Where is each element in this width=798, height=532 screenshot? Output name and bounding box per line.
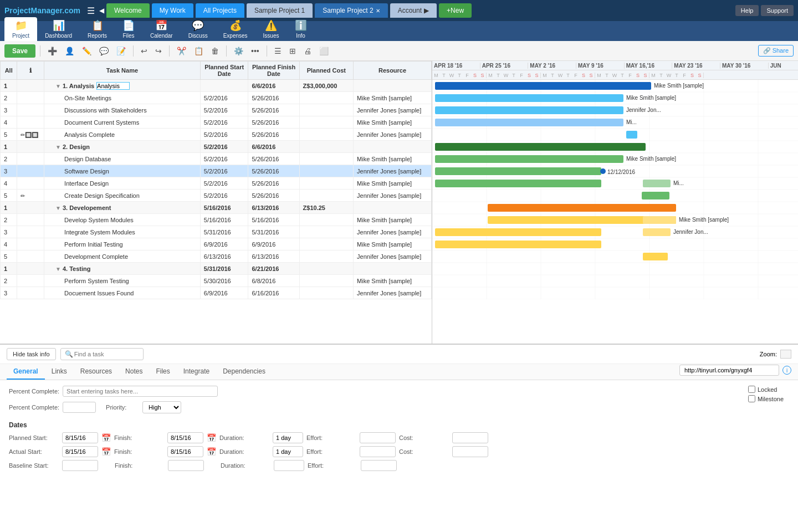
actual-effort-input[interactable] — [360, 446, 396, 457]
comment-button[interactable]: 💬 — [96, 45, 111, 57]
table-row[interactable]: 2 Develop System Modules 5/16/2016 5/16/… — [1, 214, 432, 226]
actual-duration-input[interactable] — [273, 446, 303, 457]
edit-button[interactable]: ✏️ — [79, 45, 94, 57]
tab-welcome[interactable]: Welcome — [106, 3, 150, 18]
table-row[interactable]: 3 Discussions with Stakeholders 5/2/2016… — [1, 104, 432, 116]
nav-files[interactable]: 📄 Files — [115, 17, 142, 41]
nav-info[interactable]: ℹ️ Info — [287, 17, 315, 41]
nav-reports[interactable]: 📋 Reports — [80, 17, 115, 41]
nav-issues[interactable]: ⚠️ Issues — [255, 17, 287, 41]
reports-icon: 📋 — [91, 19, 104, 32]
nav-back-icon[interactable]: ◀ — [99, 7, 104, 14]
nav-discuss[interactable]: 💬 Discuss — [181, 17, 216, 41]
planned-effort-input[interactable] — [360, 432, 396, 443]
milestone-checkbox[interactable] — [748, 395, 755, 402]
baseline-finish-input[interactable] — [168, 460, 204, 471]
tab-all-projects[interactable]: All Projects — [196, 3, 244, 18]
planned-duration-input[interactable] — [273, 432, 303, 443]
print-button[interactable]: 🖨 — [301, 45, 314, 57]
redo-button[interactable]: ↪ — [152, 45, 165, 57]
grid-view-button[interactable]: ⊞ — [287, 45, 299, 57]
percent-input[interactable] — [63, 402, 96, 413]
undo-button[interactable]: ↩ — [138, 45, 150, 57]
section-toggle-icon[interactable]: ▼ — [55, 266, 61, 272]
copy-button[interactable]: 📋 — [191, 45, 206, 57]
detail-tab-general[interactable]: General — [7, 364, 45, 380]
column-button[interactable]: ⬜ — [316, 45, 331, 57]
tab-account[interactable]: Account ▶ — [390, 3, 437, 18]
planned-finish-input[interactable] — [167, 432, 203, 443]
nav-calendar[interactable]: 📅 Calendar — [142, 17, 181, 41]
table-row[interactable]: 4 Document Current Systems 5/2/2016 5/26… — [1, 116, 432, 129]
detail-tab-integrate[interactable]: Integrate — [177, 364, 216, 380]
planned-finish-calendar-icon[interactable]: 📅 — [207, 433, 216, 442]
table-row[interactable]: 2 Perform System Testing 5/30/2016 6/8/2… — [1, 275, 432, 287]
table-row[interactable]: 2 Design Database 5/2/2016 5/26/2016 Mik… — [1, 153, 432, 165]
tab-my-work[interactable]: My Work — [152, 3, 193, 18]
baseline-effort-input[interactable] — [361, 460, 397, 471]
detail-tab-resources[interactable]: Resources — [74, 364, 119, 380]
assign-button[interactable]: 👤 — [62, 45, 77, 57]
detail-tab-notes[interactable]: Notes — [119, 364, 149, 380]
section-toggle-icon[interactable]: ▼ — [55, 205, 61, 211]
table-row[interactable]: 1 ▼3. Developement 5/16/2016 6/13/2016 Z… — [1, 202, 432, 214]
table-row[interactable]: 1 ▼1. Analysis 6/6/2016 Z$3,000,000 — [1, 80, 432, 92]
planned-start-calendar-icon[interactable]: 📅 — [101, 433, 111, 442]
priority-select[interactable]: Low Normal High Critical — [142, 401, 181, 413]
table-row[interactable]: 1 ▼4. Testing 5/31/2016 6/21/2016 — [1, 263, 432, 275]
actual-finish-calendar-icon[interactable]: 📅 — [207, 447, 216, 456]
detail-tab-dependencies[interactable]: Dependencies — [216, 364, 272, 380]
hide-task-info-button[interactable]: Hide task info — [7, 348, 56, 360]
table-row[interactable]: 4 Perform Initial Testing 6/9/2016 6/9/2… — [1, 238, 432, 250]
detail-tab-links[interactable]: Links — [45, 364, 74, 380]
url-input[interactable] — [679, 365, 779, 376]
settings-button[interactable]: ⚙️ — [231, 45, 246, 57]
table-row-selected[interactable]: 3 Software Design 5/2/2016 5/26/2016 Jen… — [1, 165, 432, 177]
more-button[interactable]: ••• — [248, 45, 262, 57]
tab-sample-project-1[interactable]: Sample Project 1 — [247, 3, 313, 18]
add-task-button[interactable]: ➕ — [45, 45, 60, 57]
task-name-input[interactable] — [96, 82, 130, 90]
actual-cost-input[interactable] — [452, 446, 488, 457]
nav-expenses[interactable]: 💰 Expenses — [216, 17, 255, 41]
table-row[interactable]: 3 Docuement Issues Found 6/9/2016 6/16/2… — [1, 287, 432, 299]
detail-tab-files[interactable]: Files — [149, 364, 176, 380]
support-button[interactable]: Support — [761, 5, 794, 16]
section-toggle-icon[interactable]: ▼ — [55, 83, 61, 89]
table-row[interactable]: 1 ▼2. Design 5/2/2016 6/6/2016 — [1, 141, 432, 153]
tab-sample-project-2[interactable]: Sample Project 2 ✕ — [315, 3, 387, 18]
table-row[interactable]: 5 ✏🔲🔲 Analysis Complete 5/2/2016 5/26/20… — [1, 129, 432, 141]
nav-project[interactable]: 📁 Project — [4, 17, 37, 41]
planned-start-input[interactable] — [62, 432, 98, 443]
help-button[interactable]: Help — [735, 5, 759, 16]
baseline-duration-input[interactable] — [274, 460, 304, 471]
table-row[interactable]: 2 On-Site Meetings 5/2/2016 5/26/2016 Mi… — [1, 92, 432, 104]
zoom-box[interactable] — [780, 350, 791, 359]
table-row[interactable]: 5 Development Complete 6/13/2016 6/13/20… — [1, 250, 432, 263]
nav-dashboard[interactable]: 📊 Dashboard — [37, 17, 80, 41]
name-input[interactable] — [63, 386, 218, 397]
toolbar-separator-5 — [267, 45, 267, 57]
cut-button[interactable]: ✂️ — [174, 45, 189, 57]
list-view-button[interactable]: ☰ — [272, 45, 284, 57]
section-toggle-icon[interactable]: ▼ — [55, 144, 61, 150]
table-row[interactable]: 3 Integrate System Modules 5/31/2016 5/3… — [1, 226, 432, 238]
save-button[interactable]: Save — [4, 44, 35, 58]
hamburger-menu-icon[interactable]: ☰ — [87, 6, 95, 16]
delete-button[interactable]: 🗑 — [208, 45, 222, 57]
actual-start-input[interactable] — [62, 446, 98, 457]
baseline-start-input[interactable] — [62, 460, 98, 471]
url-info-icon[interactable]: i — [782, 366, 791, 375]
actual-finish-input[interactable] — [167, 446, 203, 457]
discuss-icon: 💬 — [192, 19, 204, 32]
table-row[interactable]: 5 ✏ Create Design Specification 5/2/2016… — [1, 190, 432, 202]
note-button[interactable]: 📝 — [114, 45, 129, 57]
tab-new[interactable]: +New — [439, 3, 472, 18]
tab-account-dropdown-icon[interactable]: ▶ — [424, 7, 429, 14]
table-row[interactable]: 4 Interface Design 5/2/2016 5/26/2016 Mi… — [1, 177, 432, 190]
planned-cost-input[interactable] — [452, 432, 488, 443]
tab-close-icon[interactable]: ✕ — [376, 8, 380, 14]
share-button[interactable]: 🔗 Share — [758, 45, 794, 57]
actual-start-calendar-icon[interactable]: 📅 — [101, 447, 111, 456]
locked-checkbox[interactable] — [748, 386, 755, 393]
